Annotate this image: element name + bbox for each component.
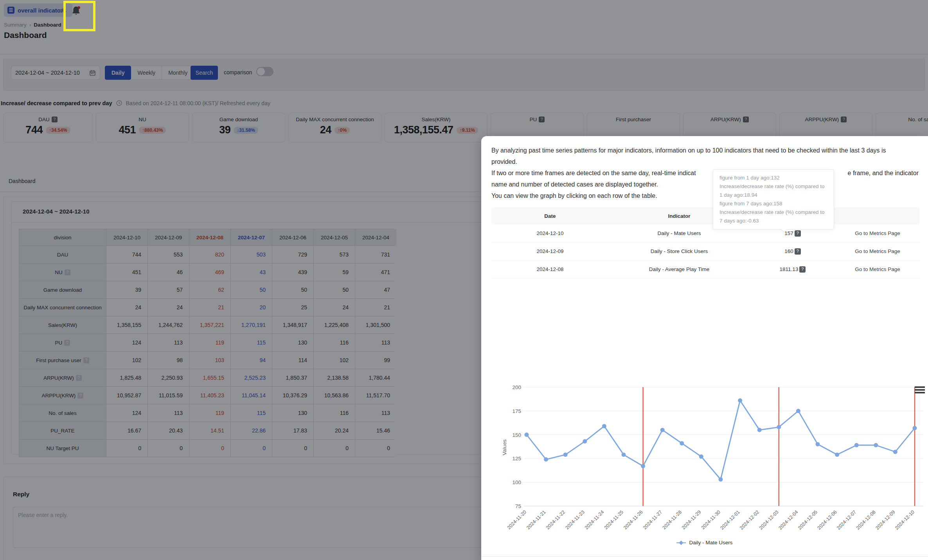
- data-point[interactable]: [796, 409, 800, 413]
- data-point[interactable]: [854, 443, 859, 447]
- description-line: By analyzing past time series patterns f…: [491, 145, 919, 156]
- svg-text:125: 125: [512, 456, 521, 461]
- data-point[interactable]: [641, 464, 645, 468]
- chart-area: 75100125150175200Values2024-11-202024-11…: [501, 382, 926, 535]
- data-point[interactable]: [680, 441, 684, 445]
- indicator-action: Go to Metrics Page: [836, 260, 919, 278]
- svg-text:2024-11-27: 2024-11-27: [642, 509, 663, 530]
- description-line: You can view the graph by clicking on ea…: [491, 190, 919, 201]
- data-point[interactable]: [583, 439, 587, 443]
- data-point[interactable]: [544, 457, 548, 461]
- timeseries-chart: 75100125150175200Values2024-11-202024-11…: [501, 382, 926, 535]
- indicator-date: 2024-12-09: [491, 242, 609, 260]
- svg-text:2024-12-06: 2024-12-06: [816, 509, 838, 531]
- modal-footer-divider: [481, 556, 928, 556]
- svg-text:2024-12-04: 2024-12-04: [777, 509, 799, 531]
- modal-description: By analyzing past time series patterns f…: [491, 145, 919, 201]
- data-point[interactable]: [622, 452, 626, 457]
- indicator-date: 2024-12-08: [491, 260, 609, 278]
- indicator-name: Daily - Store Click Users: [609, 242, 750, 260]
- svg-text:2024-11-29: 2024-11-29: [681, 509, 702, 530]
- indicator-tooltip: figure from 1 day ago:132Increase/decrea…: [713, 169, 834, 230]
- data-point[interactable]: [525, 433, 529, 437]
- dashboard-screen: ☰ overall indicators Summary › Dashboard…: [0, 0, 928, 560]
- tooltip-line: Increase/decrease rate rate (%) compared…: [719, 182, 827, 199]
- go-to-metrics-link[interactable]: Go to Metrics Page: [855, 266, 900, 272]
- description-line: provided.: [491, 156, 919, 167]
- modal-table-header-row: DateIndicator: [491, 207, 919, 224]
- svg-text:2024-11-28: 2024-11-28: [661, 509, 682, 530]
- svg-text:2024-11-30: 2024-11-30: [700, 509, 721, 530]
- svg-text:2024-12-03: 2024-12-03: [758, 509, 780, 531]
- anomaly-detection-modal: By analyzing past time series patterns f…: [481, 136, 928, 560]
- description-fragment: e frame, and the indicator: [848, 167, 919, 179]
- legend-marker-icon: [676, 541, 686, 545]
- data-point[interactable]: [719, 477, 723, 481]
- svg-text:2024-12-09: 2024-12-09: [874, 509, 896, 531]
- data-point[interactable]: [893, 450, 897, 454]
- svg-text:75: 75: [515, 503, 521, 509]
- description-line: name and number of detected cases are di…: [491, 179, 919, 190]
- indicator-value-number: 157: [784, 230, 793, 236]
- data-point[interactable]: [835, 452, 839, 457]
- svg-text:2024-12-01: 2024-12-01: [719, 509, 741, 531]
- go-to-metrics-link[interactable]: Go to Metrics Page: [855, 230, 900, 236]
- help-icon[interactable]: ?: [795, 230, 801, 237]
- data-point[interactable]: [816, 442, 820, 446]
- indicator-value: 1811.13?: [750, 260, 836, 278]
- data-point[interactable]: [757, 428, 762, 432]
- indicator-action: Go to Metrics Page: [836, 224, 919, 242]
- svg-text:2024-11-25: 2024-11-25: [603, 509, 624, 530]
- svg-text:2024-12-02: 2024-12-02: [739, 509, 760, 531]
- indicator-value-number: 1811.13: [780, 266, 799, 272]
- svg-text:2024-12-05: 2024-12-05: [797, 509, 818, 531]
- indicator-value-number: 160: [784, 248, 793, 254]
- chart-menu-button[interactable]: [915, 386, 925, 395]
- detected-indicators-table: DateIndicator2024-12-10Daily - Mate User…: [491, 207, 919, 278]
- indicator-row[interactable]: 2024-12-10Daily - Mate Users157?Go to Me…: [491, 224, 919, 242]
- svg-text:2024-12-07: 2024-12-07: [836, 509, 857, 531]
- indicator-date: 2024-12-10: [491, 224, 609, 242]
- data-point[interactable]: [602, 424, 606, 428]
- svg-text:150: 150: [512, 432, 521, 438]
- indicator-value: 160?: [750, 242, 836, 260]
- svg-text:2024-12-10: 2024-12-10: [894, 509, 915, 531]
- data-point[interactable]: [738, 398, 742, 403]
- svg-text:2024-11-22: 2024-11-22: [545, 509, 566, 530]
- svg-text:Values: Values: [502, 440, 507, 456]
- legend-label: Daily - Mate Users: [689, 540, 732, 546]
- svg-text:2024-11-24: 2024-11-24: [584, 509, 605, 530]
- svg-text:2024-11-26: 2024-11-26: [622, 509, 644, 530]
- svg-text:175: 175: [512, 408, 521, 414]
- modal-table-header: Date: [491, 207, 609, 224]
- tooltip-line: figure from 7 days ago:158: [719, 199, 827, 208]
- svg-text:2024-11-21: 2024-11-21: [525, 509, 547, 530]
- description-fragment: If two or more time frames are detected …: [491, 167, 696, 179]
- data-point[interactable]: [874, 443, 878, 447]
- data-point[interactable]: [699, 454, 703, 459]
- indicator-row[interactable]: 2024-12-08Daily - Average Play Time1811.…: [491, 260, 919, 278]
- data-point[interactable]: [660, 428, 665, 432]
- chart-legend[interactable]: Daily - Mate Users: [481, 540, 928, 546]
- data-point[interactable]: [913, 426, 917, 430]
- svg-text:2024-11-23: 2024-11-23: [564, 509, 585, 530]
- data-point[interactable]: [777, 425, 781, 429]
- tooltip-line: Increase/decrease rate rate (%) compared…: [719, 208, 827, 225]
- modal-table-header: [836, 207, 919, 224]
- go-to-metrics-link[interactable]: Go to Metrics Page: [855, 248, 900, 254]
- help-icon[interactable]: ?: [799, 266, 806, 273]
- svg-text:100: 100: [512, 479, 521, 485]
- indicator-name: Daily - Average Play Time: [609, 260, 750, 278]
- svg-text:2024-12-08: 2024-12-08: [855, 509, 877, 531]
- help-icon[interactable]: ?: [795, 248, 801, 255]
- description-line: If two or more time frames are detected …: [491, 167, 919, 179]
- indicator-action: Go to Metrics Page: [836, 242, 919, 260]
- tooltip-line: figure from 1 day ago:132: [719, 174, 827, 182]
- svg-text:200: 200: [512, 384, 521, 390]
- annotation-highlight-box: [63, 1, 95, 31]
- data-point[interactable]: [563, 452, 568, 457]
- svg-text:2024-11-20: 2024-11-20: [506, 509, 527, 530]
- indicator-row[interactable]: 2024-12-09Daily - Store Click Users160?G…: [491, 242, 919, 260]
